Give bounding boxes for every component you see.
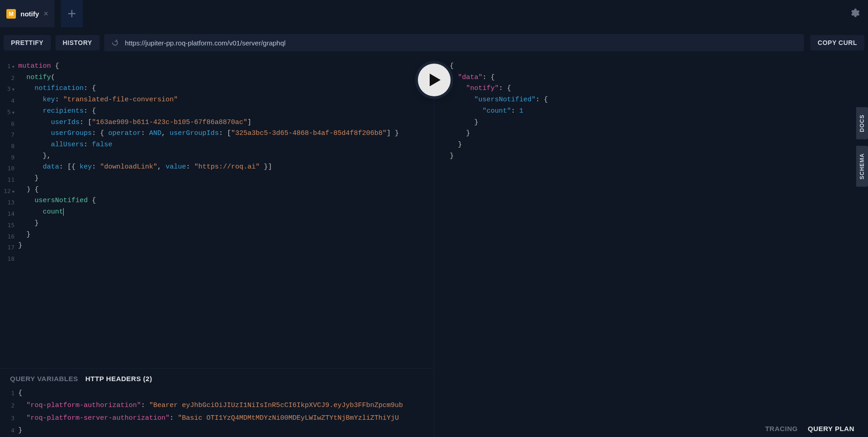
tab-query-variables[interactable]: QUERY VARIABLES (10, 375, 78, 382)
gear-icon (849, 8, 860, 19)
topbar: M notify × (0, 0, 868, 27)
prettify-button[interactable]: PRETTIFY (4, 35, 51, 50)
execute-button[interactable] (418, 64, 451, 96)
query-code[interactable]: mutation { notify( notification: { key: … (18, 61, 434, 368)
result-code: { "data": { "notify": { "usersNotified":… (450, 61, 868, 162)
main: 1▼23▼45▼6789101112▼131415161718 mutation… (0, 58, 868, 437)
query-editor[interactable]: 1▼23▼45▼6789101112▼131415161718 mutation… (0, 58, 434, 368)
close-icon[interactable]: × (44, 9, 49, 19)
tab-tracing[interactable]: TRACING (765, 425, 798, 432)
line-gutter: 1234 (0, 387, 18, 437)
tab-notify[interactable]: M notify × (0, 0, 55, 27)
result-viewer[interactable]: ▼▼▼ { "data": { "notify": { "usersNotifi… (434, 61, 868, 162)
endpoint-input[interactable] (125, 39, 797, 47)
variables-drawer: QUERY VARIABLES HTTP HEADERS (2) 1234 { … (0, 368, 434, 437)
docs-tab[interactable]: DOCS (856, 107, 868, 139)
reload-icon[interactable] (111, 39, 119, 46)
url-bar (104, 34, 804, 51)
plus-icon (68, 10, 76, 18)
tab-query-plan[interactable]: QUERY PLAN (808, 425, 854, 432)
headers-editor[interactable]: 1234 { "roq-platform-authorization": "Be… (0, 387, 434, 437)
line-gutter: 1▼23▼45▼6789101112▼131415161718 (0, 61, 18, 368)
mutation-badge: M (6, 9, 16, 19)
tabs: M notify × (0, 0, 83, 27)
drawer-tabs: QUERY VARIABLES HTTP HEADERS (2) (0, 368, 434, 387)
result-footer-tabs: TRACING QUERY PLAN (765, 425, 854, 432)
play-icon (429, 73, 442, 87)
query-editor-pane: 1▼23▼45▼6789101112▼131415161718 mutation… (0, 58, 434, 437)
side-tabs: DOCS SCHEMA (856, 107, 868, 187)
schema-tab[interactable]: SCHEMA (856, 146, 868, 187)
settings-button[interactable] (849, 8, 860, 20)
toolbar: PRETTIFY HISTORY COPY CURL (0, 32, 868, 54)
add-tab-button[interactable] (61, 0, 83, 27)
headers-code[interactable]: { "roq-platform-authorization": "Bearer … (18, 387, 434, 437)
tab-label: notify (20, 10, 39, 18)
copy-curl-button[interactable]: COPY CURL (810, 35, 864, 50)
result-pane: ▼▼▼ { "data": { "notify": { "usersNotifi… (434, 58, 868, 437)
history-button[interactable]: HISTORY (55, 35, 100, 50)
tab-http-headers[interactable]: HTTP HEADERS (2) (85, 375, 152, 382)
